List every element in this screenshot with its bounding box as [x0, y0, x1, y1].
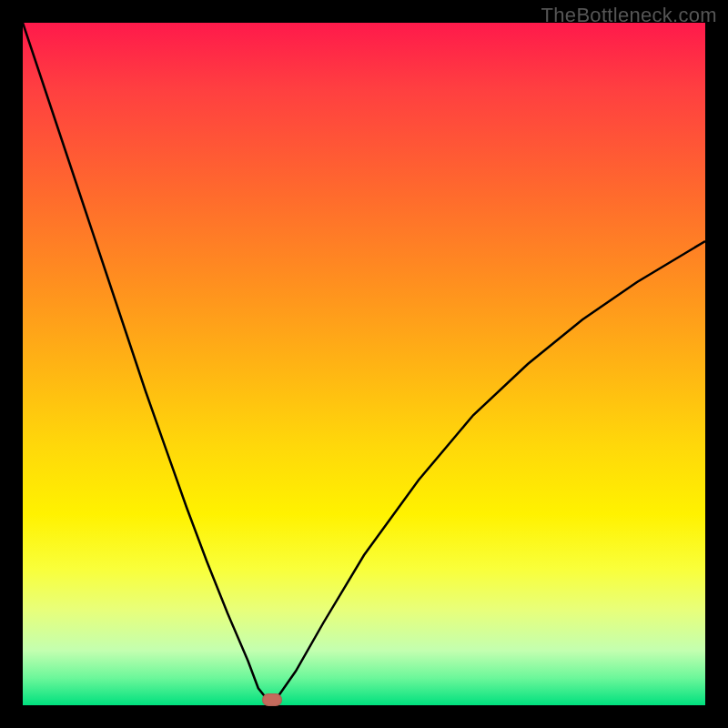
- bottleneck-curve: [23, 23, 705, 705]
- chart-area: [23, 23, 705, 705]
- optimal-point-marker: [262, 693, 282, 706]
- watermark-text: TheBottleneck.com: [541, 4, 717, 27]
